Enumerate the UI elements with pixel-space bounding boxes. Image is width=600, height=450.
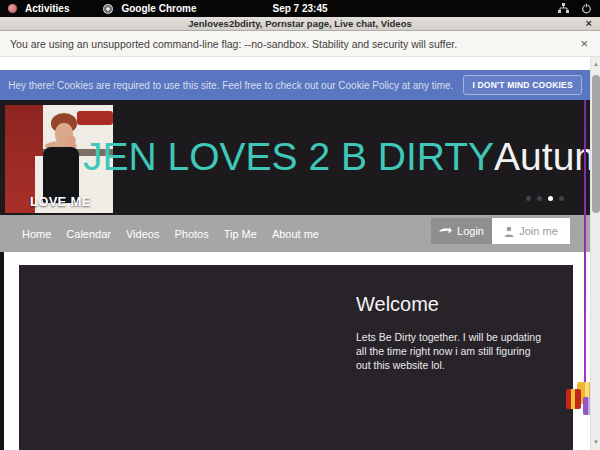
cookie-consent-bar: Hey there! Cookies are required to use t…: [0, 70, 590, 100]
chrome-infobar: You are using an unsupported command-lin…: [0, 31, 600, 57]
login-label: Login: [457, 225, 484, 237]
carousel-dots: [526, 196, 564, 201]
join-me-button[interactable]: Join me: [492, 218, 570, 244]
window-title: Jenloves2bdirty, Pornstar page, Live cha…: [188, 18, 412, 29]
scrollbar-up-icon[interactable]: ▲: [591, 59, 600, 70]
photo-caption: LOVE ME: [30, 194, 91, 209]
carousel-dot-2[interactable]: [537, 196, 542, 201]
carousel-dot-4[interactable]: [559, 196, 564, 201]
nav-item-home[interactable]: Home: [22, 228, 51, 240]
clock[interactable]: Sep 7 23:45: [0, 3, 600, 14]
power-icon[interactable]: [581, 3, 592, 14]
desktop-top-bar: Activities Google Chrome Sep 7 23:45: [0, 0, 600, 17]
nav-item-calendar[interactable]: Calendar: [66, 228, 111, 240]
hero-carousel: LOVE ME JEN LOVES 2 B DIRTY Autumn: [0, 100, 590, 215]
site-title-accent: Autumn: [494, 135, 590, 179]
gift-box-red: [566, 389, 581, 409]
infobar-close-icon[interactable]: ×: [580, 36, 588, 51]
window-title-bar: Jenloves2bdirty, Pornstar page, Live cha…: [0, 17, 600, 31]
join-me-label: Join me: [519, 225, 558, 237]
carousel-dot-3-active[interactable]: [548, 196, 553, 201]
login-button[interactable]: Login: [431, 218, 492, 244]
site-body-edge: [0, 252, 4, 450]
network-icon[interactable]: [558, 3, 569, 14]
welcome-panel: Welcome Lets Be Dirty together. I will b…: [19, 265, 573, 450]
carousel-dot-1[interactable]: [526, 196, 531, 201]
person-icon: [504, 226, 514, 237]
cookie-accept-button[interactable]: I DON'T MIND COOKIES: [463, 75, 581, 95]
page-scrollbar[interactable]: ▲ ▼: [590, 57, 600, 450]
nav-item-tip-me[interactable]: Tip Me: [224, 228, 257, 240]
cookie-message: Hey there! Cookies are required to use t…: [8, 80, 453, 91]
scrollbar-down-icon[interactable]: ▼: [591, 437, 600, 448]
site-title: JEN LOVES 2 B DIRTY Autumn: [83, 114, 590, 200]
welcome-text: Lets Be Dirty together. I will be updati…: [356, 330, 546, 373]
welcome-heading: Welcome: [356, 293, 546, 316]
site-title-main: JEN LOVES 2 B DIRTY: [83, 135, 494, 179]
site-nav-bar: Home Calendar Videos Photos Tip Me About…: [0, 215, 590, 252]
gift-string-decoration: [584, 100, 586, 382]
nav-item-photos[interactable]: Photos: [174, 228, 208, 240]
nav-item-videos[interactable]: Videos: [126, 228, 159, 240]
infobar-message: You are using an unsupported command-lin…: [10, 38, 457, 50]
nav-item-about-me[interactable]: About me: [272, 228, 319, 240]
window-close-icon[interactable]: ×: [586, 17, 592, 31]
browser-viewport: Hey there! Cookies are required to use t…: [0, 57, 600, 450]
page-content: Welcome Lets Be Dirty together. I will b…: [0, 252, 590, 450]
scrollbar-thumb[interactable]: [592, 75, 600, 213]
login-arrow-icon: [439, 227, 452, 236]
